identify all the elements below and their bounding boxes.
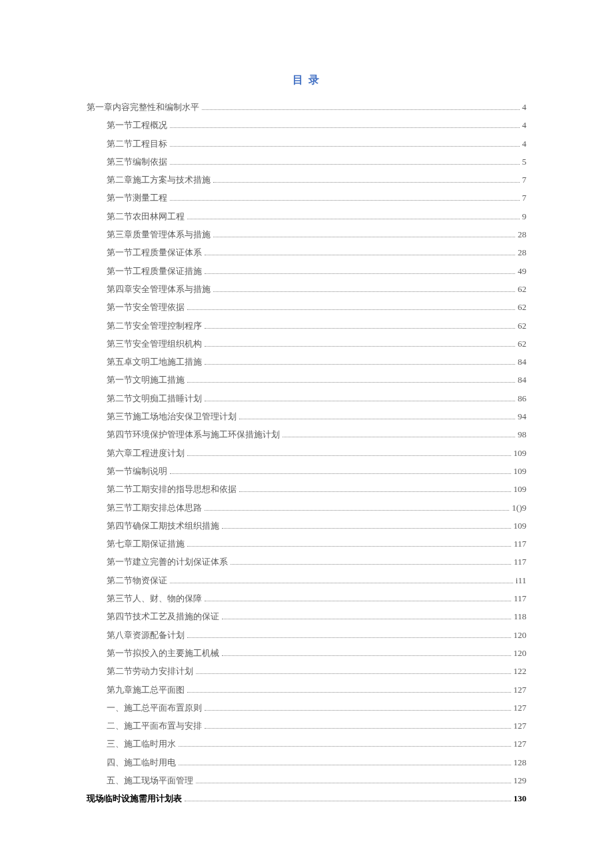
- toc-entry-page: 127: [514, 699, 527, 717]
- toc-entry[interactable]: 第一节建立完善的计划保证体系117: [87, 553, 526, 571]
- toc-leader-dots: [196, 673, 511, 674]
- toc-entry[interactable]: 第一节文明施工措施84: [87, 371, 526, 389]
- toc-entry[interactable]: 第一节工程质量保证措施49: [87, 262, 526, 280]
- toc-entry[interactable]: 第三节施工场地治安保卫管理计划94: [87, 407, 526, 425]
- toc-leader-dots: [222, 528, 511, 529]
- toc-entry-page: 127: [514, 735, 527, 753]
- toc-entry-page: 128: [514, 753, 527, 771]
- toc-leader-dots: [187, 692, 511, 693]
- toc-entry[interactable]: 第二章施工方案与技术措施7: [87, 171, 526, 189]
- toc-entry[interactable]: 现场临时设施需用计划表130: [87, 789, 526, 807]
- toc-entry[interactable]: 第三节人、财、物的保障117: [87, 589, 526, 607]
- toc-leader-dots: [213, 237, 515, 237]
- toc-leader-dots: [187, 382, 515, 383]
- toc-leader-dots: [179, 746, 511, 747]
- toc-entry-page: 7: [522, 189, 527, 207]
- toc-entry[interactable]: 四、施工临时用电128: [87, 753, 526, 771]
- toc-entry[interactable]: 第八章资源配备计划120: [87, 626, 526, 644]
- toc-entry[interactable]: 第三章质量管理体系与措施28: [87, 225, 526, 243]
- toc-leader-dots: [170, 164, 520, 165]
- toc-list: 第一章内容完整性和编制水平4第一节工程概况4第二节工程目标4第三节编制依据5第二…: [87, 98, 526, 808]
- toc-leader-dots: [202, 109, 520, 110]
- toc-leader-dots: [205, 255, 515, 255]
- toc-entry[interactable]: 第七章工期保证措施117: [87, 535, 526, 553]
- toc-entry[interactable]: 第五卓文明工地施工措施84: [87, 353, 526, 371]
- toc-leader-dots: [170, 583, 513, 583]
- toc-entry-text: 二、施工平面布置与安排: [107, 717, 202, 735]
- toc-entry[interactable]: 第一章内容完整性和编制水平4: [87, 98, 526, 116]
- toc-entry[interactable]: 第九章施工总平面图127: [87, 681, 526, 699]
- toc-entry[interactable]: 第一节编制说明109: [87, 462, 526, 480]
- toc-entry[interactable]: 五、施工现场平面管理129: [87, 771, 526, 789]
- toc-entry-page: 109: [514, 517, 527, 535]
- toc-entry-text: 四、施工临时用电: [107, 753, 176, 771]
- toc-entry-text: 第七章工期保证措施: [107, 535, 185, 553]
- toc-entry-text: 第九章施工总平面图: [107, 681, 185, 699]
- toc-entry[interactable]: 第一节工程概况4: [87, 116, 526, 134]
- toc-leader-dots: [187, 455, 511, 456]
- toc-leader-dots: [222, 655, 511, 656]
- toc-leader-dots: [213, 182, 520, 183]
- toc-entry[interactable]: 第二节工期安排的指导思想和依据109: [87, 480, 526, 498]
- toc-entry-page: 4: [522, 135, 527, 153]
- toc-entry[interactable]: 第四章安全管理体系与措施62: [87, 280, 526, 298]
- toc-entry-page: 1()9: [512, 499, 526, 517]
- toc-entry-text: 第二节农田林网工程: [107, 207, 185, 225]
- toc-entry-page: 62: [518, 280, 526, 298]
- toc-leader-dots: [239, 419, 515, 419]
- toc-entry-text: 第五卓文明工地施工措施: [107, 353, 202, 371]
- toc-leader-dots: [239, 491, 511, 492]
- toc-entry[interactable]: 第二节劳动力安排计划122: [87, 662, 526, 680]
- toc-entry-page: 120: [514, 626, 527, 644]
- toc-entry-text: 第二节物资保证: [107, 571, 167, 589]
- toc-title: 目 录: [87, 73, 526, 87]
- toc-entry[interactable]: 第四节确保工期技术组织措施109: [87, 517, 526, 535]
- toc-entry-page: 120: [514, 644, 527, 662]
- toc-entry-page: 62: [518, 298, 526, 316]
- toc-leader-dots: [170, 127, 520, 128]
- toc-entry-page: 84: [518, 353, 526, 371]
- toc-entry[interactable]: 一、施工总平面布置原则127: [87, 699, 526, 717]
- toc-entry-text: 第四章安全管理体系与措施: [107, 280, 211, 298]
- toc-entry[interactable]: 三、施工临时用水127: [87, 735, 526, 753]
- toc-leader-dots: [283, 437, 515, 437]
- toc-entry[interactable]: 第四节技术工艺及措施的保证118: [87, 607, 526, 625]
- toc-entry[interactable]: 第六章工程进度计划109: [87, 444, 526, 462]
- toc-entry[interactable]: 第一节工程质量保证体系28: [87, 243, 526, 261]
- toc-entry[interactable]: 第二节农田林网工程9: [87, 207, 526, 225]
- toc-entry[interactable]: 二、施工平面布置与安排127: [87, 717, 526, 735]
- toc-entry-text: 第三节人、财、物的保障: [107, 589, 202, 607]
- toc-entry[interactable]: 第一节安全管理依据62: [87, 298, 526, 316]
- toc-entry[interactable]: 第二节工程目标4: [87, 135, 526, 153]
- toc-entry-text: 第二节文明痴工措睡计划: [107, 389, 202, 407]
- toc-entry-page: 9: [522, 207, 527, 225]
- toc-entry-page: 109: [514, 462, 527, 480]
- toc-entry-text: 第一节测量工程: [107, 189, 167, 207]
- toc-leader-dots: [205, 710, 511, 711]
- toc-entry-text: 第一节工程质量保证体系: [107, 243, 202, 261]
- toc-entry-text: 第八章资源配备计划: [107, 626, 185, 644]
- toc-entry-text: 第三章质量管理体系与措施: [107, 225, 211, 243]
- toc-leader-dots: [170, 473, 511, 474]
- toc-entry[interactable]: 第二节安全管理控制程序62: [87, 317, 526, 335]
- toc-entry-page: 49: [518, 262, 526, 280]
- toc-entry[interactable]: 第二节物资保证i11: [87, 571, 526, 589]
- toc-entry[interactable]: 第二节文明痴工措睡计划86: [87, 389, 526, 407]
- toc-leader-dots: [187, 637, 511, 638]
- toc-entry-text: 第一章内容完整性和编制水平: [87, 98, 199, 116]
- toc-entry-text: 第二章施工方案与技术措施: [107, 171, 211, 189]
- toc-entry[interactable]: 第三节编制依据5: [87, 153, 526, 171]
- toc-entry-page: 122: [514, 662, 527, 680]
- toc-entry[interactable]: 第一节拟投入的主要施工机械120: [87, 644, 526, 662]
- toc-entry-page: 127: [514, 681, 527, 699]
- toc-leader-dots: [222, 619, 511, 619]
- toc-entry[interactable]: 第四节环境保护管理体系与施工环保措施计划98: [87, 425, 526, 443]
- toc-entry-page: 94: [518, 407, 526, 425]
- toc-entry-text: 第三节工期安排总体思路: [107, 499, 202, 517]
- toc-entry-page: 118: [514, 607, 526, 625]
- toc-entry[interactable]: 第三节安全管理组织机构62: [87, 335, 526, 353]
- toc-entry[interactable]: 第一节测量工程7: [87, 189, 526, 207]
- toc-entry-text: 三、施工临时用水: [107, 735, 176, 753]
- toc-leader-dots: [231, 564, 511, 565]
- toc-entry[interactable]: 第三节工期安排总体思路1()9: [87, 499, 526, 517]
